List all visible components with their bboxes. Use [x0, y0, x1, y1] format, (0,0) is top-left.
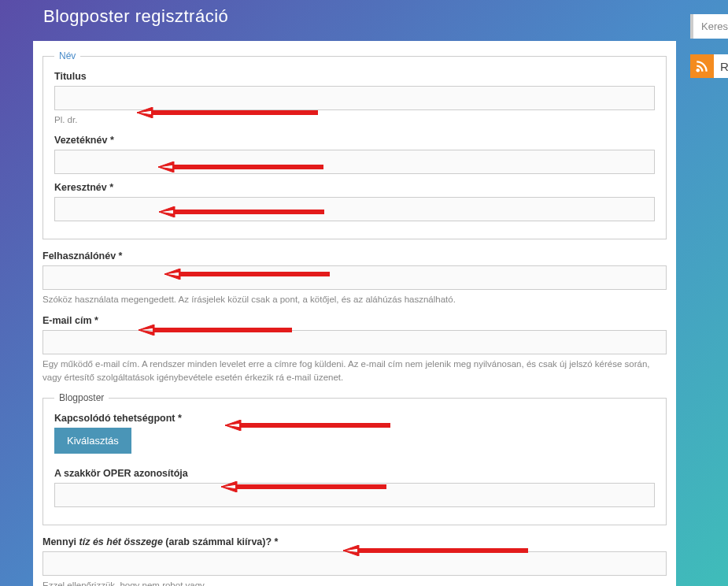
- help-email: Egy működő e-mail cím. A rendszer minden…: [42, 358, 667, 385]
- label-username: Felhasználónév *: [42, 250, 667, 261]
- input-username[interactable]: [42, 265, 667, 290]
- fieldset-blogposter: Blogposter Kapcsolódó tehetségpont * Kiv…: [42, 392, 667, 525]
- rss-icon: [690, 54, 714, 78]
- sidebar: Keresés R: [690, 14, 728, 586]
- input-titulus[interactable]: [54, 86, 655, 110]
- input-keresztnev[interactable]: [54, 197, 655, 221]
- input-oper[interactable]: [54, 483, 655, 507]
- registration-form: Név Titulus Pl. dr. Vezetéknév * Kereszt…: [33, 41, 676, 586]
- label-email: E-mail cím *: [42, 315, 667, 326]
- label-captcha: Mennyi tíz és hét összege (arab számmal …: [42, 536, 667, 547]
- help-titulus: Pl. dr.: [54, 113, 655, 127]
- input-vezeteknev[interactable]: [54, 150, 655, 174]
- fieldset-name: Név Titulus Pl. dr. Vezetéknév * Kereszt…: [42, 50, 667, 239]
- rss-label: R: [720, 60, 728, 73]
- rss-link[interactable]: R: [690, 54, 728, 78]
- label-oper: A szakkör OPER azonosítója: [54, 468, 655, 479]
- svg-point-27: [697, 69, 700, 72]
- legend-blogposter: Blogposter: [54, 392, 109, 403]
- help-captcha: Ezzel ellenőrizzük, hogy nem robot vagy.: [42, 579, 667, 586]
- label-keresztnev: Keresztnév *: [54, 182, 655, 193]
- input-email[interactable]: [42, 330, 667, 354]
- select-tehetsegpont-button[interactable]: Kiválasztás: [54, 428, 131, 454]
- input-captcha[interactable]: [42, 551, 667, 576]
- legend-name: Név: [54, 50, 80, 61]
- label-vezeteknev: Vezetéknév *: [54, 135, 655, 146]
- label-titulus: Titulus: [54, 71, 655, 82]
- label-tehetsegpont: Kapcsolódó tehetségpont *: [54, 413, 655, 424]
- help-username: Szóköz használata megengedett. Az írásje…: [42, 293, 667, 306]
- search-input[interactable]: Keresés: [690, 14, 728, 39]
- page-title: Blogposter regisztráció: [0, 0, 728, 41]
